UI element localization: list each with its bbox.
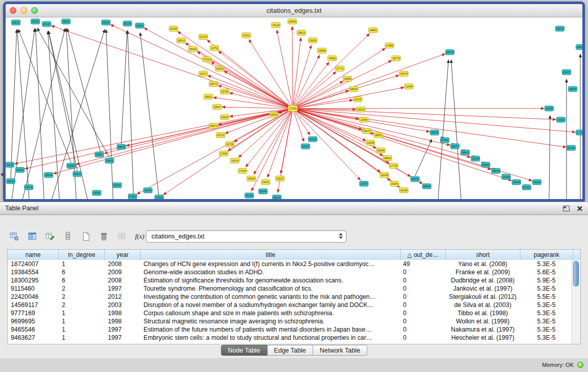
graph-node[interactable]: 14853	[369, 28, 378, 33]
graph-node[interactable]: 67919	[441, 138, 449, 143]
rows-icon[interactable]	[61, 230, 75, 243]
column-header[interactable]: year	[105, 250, 141, 260]
graph-node[interactable]: 18693	[482, 162, 490, 167]
window-titlebar[interactable]: citations_edges.txt	[6, 4, 582, 17]
table-row[interactable]: 969969511998Structural magnetic resonanc…	[8, 317, 572, 325]
graph-node[interactable]: 17513	[203, 57, 211, 62]
graph-node[interactable]: 15753	[221, 89, 229, 94]
graph-node[interactable]: 19947	[213, 104, 222, 110]
column-header[interactable]: title	[141, 250, 401, 260]
graph-node[interactable]: 19123	[42, 21, 51, 27]
graph-node[interactable]: 18646	[512, 180, 521, 185]
graph-node[interactable]: 12216	[354, 97, 362, 102]
panel-collapse-arrow-icon[interactable]	[1, 172, 4, 177]
table-row[interactable]: 946362711997Embryonic stem cells: a mode…	[8, 334, 572, 342]
graph-node[interactable]: 18644	[350, 86, 358, 92]
graph-node[interactable]: 16320	[215, 66, 224, 71]
graph-node[interactable]: 18012	[177, 38, 186, 43]
graph-node[interactable]: 18420	[221, 115, 229, 120]
close-panel-icon[interactable]: ✕	[576, 205, 583, 212]
table-row[interactable]: 1830029562008Estimation of significance …	[8, 276, 572, 285]
tab-node-table[interactable]: Node Table	[221, 345, 267, 356]
graph-node[interactable]: 19020	[533, 180, 541, 185]
graph-node[interactable]: 16996	[366, 140, 375, 145]
graph-node[interactable]: 20191	[31, 19, 40, 24]
graph-node[interactable]: 17851	[128, 194, 137, 199]
graph-node[interactable]: 18775	[392, 56, 401, 61]
graph-node[interactable]: 18221	[276, 176, 285, 181]
graph-node[interactable]: 17240	[288, 106, 298, 112]
table-scrollbar[interactable]	[572, 260, 580, 344]
graph-node[interactable]: 19031	[262, 180, 270, 185]
graph-node[interactable]: 18549	[377, 148, 385, 153]
table-options-icon[interactable]	[7, 230, 21, 243]
float-panel-icon[interactable]	[563, 206, 570, 211]
graph-node[interactable]: 19046	[471, 156, 480, 161]
edit-column-icon[interactable]	[43, 230, 57, 243]
graph-node[interactable]: 17485	[385, 43, 394, 48]
graph-node[interactable]: 21475	[199, 34, 208, 39]
graph-node[interactable]: 18644	[492, 168, 500, 173]
graph-node[interactable]: 18605	[117, 144, 126, 149]
column-header[interactable]: pagerank	[520, 250, 573, 260]
graph-node[interactable]: 18644	[569, 86, 577, 92]
graph-node[interactable]: 16855	[343, 76, 352, 81]
graph-node[interactable]: 18130	[7, 179, 15, 184]
graph-node[interactable]: 19130	[6, 162, 14, 167]
close-button[interactable]	[10, 7, 16, 14]
graph-node[interactable]: 15516	[556, 26, 564, 31]
graph-node[interactable]: 19134	[309, 137, 317, 142]
graph-node[interactable]: 19245	[502, 174, 511, 180]
graph-node[interactable]: 20317	[199, 71, 208, 76]
graph-node[interactable]: 15721	[216, 133, 225, 138]
tab-network-table[interactable]: Network Table	[313, 345, 367, 356]
graph-node[interactable]: 22063	[169, 26, 178, 31]
graph-node[interactable]: 19314	[231, 158, 239, 163]
graph-node[interactable]: 17254	[220, 151, 228, 156]
graph-node[interactable]: 16842	[247, 176, 256, 181]
new-file-icon[interactable]	[79, 230, 93, 243]
graph-node[interactable]: 19034	[144, 188, 153, 193]
graph-node[interactable]: 19613	[297, 30, 306, 35]
table-row[interactable]: 1938455462009Genome-wide association stu…	[8, 268, 572, 276]
graph-node[interactable]: 17771	[336, 66, 344, 71]
graph-node[interactable]: 18613	[12, 20, 20, 25]
table-selector-dropdown[interactable]: citations_edges.txt	[146, 230, 346, 243]
column-header[interactable]: in_degree	[59, 250, 105, 260]
graph-node[interactable]: 16325	[245, 193, 254, 198]
graph-node[interactable]: 15913	[73, 171, 82, 177]
graph-node[interactable]: 74850	[328, 56, 337, 61]
graph-node[interactable]: 15248	[380, 172, 389, 178]
graph-node[interactable]: 18611	[62, 19, 71, 24]
table-row[interactable]: 977716911998Corpus callosum shape and si…	[8, 309, 572, 317]
zoom-button[interactable]	[31, 7, 38, 14]
scrollbar-thumb[interactable]	[573, 261, 579, 287]
graph-node[interactable]: 18227	[562, 70, 571, 75]
column-header[interactable]: short	[446, 250, 520, 260]
graph-node[interactable]: 16516	[357, 107, 365, 112]
graph-node[interactable]: 12751	[210, 46, 219, 51]
table-row[interactable]: 946554611997Estimation of the future num…	[8, 325, 572, 334]
graph-node[interactable]: 26160	[123, 21, 132, 26]
table-row[interactable]: 1456911722003Disruption of a novel membe…	[8, 301, 572, 309]
graph-node[interactable]: 17703	[576, 130, 583, 135]
graph-node[interactable]: 19051	[93, 190, 101, 195]
graph-node[interactable]: 15626	[309, 38, 317, 43]
graph-node[interactable]: 16074	[400, 71, 408, 76]
memory-status-icon[interactable]	[577, 362, 583, 368]
graph-node[interactable]: 17719	[389, 163, 398, 168]
graph-node[interactable]: 19070	[25, 185, 33, 190]
graph-node[interactable]: 11546	[360, 117, 368, 122]
graph-node[interactable]: 18679	[430, 130, 439, 135]
column-header[interactable]: △ out_de…	[401, 250, 446, 260]
graph-node[interactable]: 15123	[272, 23, 280, 28]
graph-node[interactable]: 15051	[113, 183, 122, 188]
graph-node[interactable]: 18479	[446, 50, 454, 55]
table-row[interactable]: 1872400712008Changes of HCN gene express…	[8, 260, 572, 268]
import-table-icon[interactable]	[115, 230, 129, 243]
graph-node[interactable]: 11544	[405, 84, 413, 89]
graph-node[interactable]: 16281	[390, 181, 399, 186]
graph-node[interactable]: 10822	[557, 117, 565, 122]
columns-icon[interactable]	[25, 230, 39, 243]
delete-icon[interactable]	[97, 230, 111, 243]
